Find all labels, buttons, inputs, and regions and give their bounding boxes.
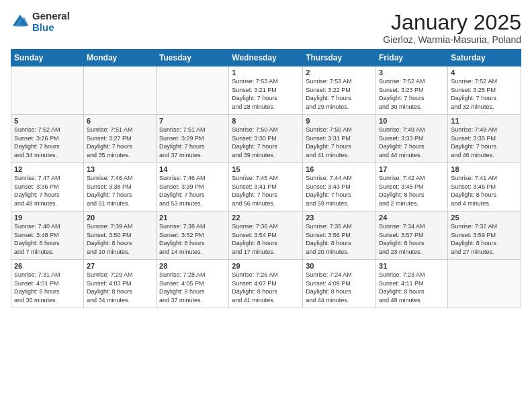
table-row: 10Sunrise: 7:49 AMSunset: 3:33 PMDayligh…: [376, 115, 448, 163]
day-number: 23: [306, 214, 373, 222]
day-number: 4: [451, 68, 518, 77]
day-info: Sunrise: 7:35 AMSunset: 3:56 PMDaylight:…: [306, 222, 373, 256]
day-number: 26: [14, 262, 81, 270]
calendar-week-row: 5Sunrise: 7:52 AMSunset: 3:26 PMDaylight…: [11, 115, 521, 163]
col-wednesday: Wednesday: [229, 50, 303, 66]
table-row: 18Sunrise: 7:41 AMSunset: 3:46 PMDayligh…: [448, 163, 521, 212]
day-info: Sunrise: 7:52 AMSunset: 3:26 PMDaylight:…: [14, 126, 81, 159]
table-row: 21Sunrise: 7:38 AMSunset: 3:52 PMDayligh…: [157, 212, 229, 260]
day-info: Sunrise: 7:52 AMSunset: 3:23 PMDaylight:…: [379, 77, 445, 111]
day-info: Sunrise: 7:52 AMSunset: 3:25 PMDaylight:…: [451, 77, 518, 111]
day-number: 8: [232, 117, 300, 125]
calendar-header-row: Sunday Monday Tuesday Wednesday Thursday…: [11, 50, 521, 66]
table-row: 24Sunrise: 7:34 AMSunset: 3:57 PMDayligh…: [376, 212, 448, 260]
col-tuesday: Tuesday: [157, 50, 229, 66]
day-info: Sunrise: 7:32 AMSunset: 3:59 PMDaylight:…: [451, 222, 518, 256]
day-number: 16: [306, 165, 373, 173]
day-info: Sunrise: 7:41 AMSunset: 3:46 PMDaylight:…: [451, 174, 518, 208]
day-info: Sunrise: 7:50 AMSunset: 3:31 PMDaylight:…: [306, 126, 373, 159]
day-info: Sunrise: 7:47 AMSunset: 3:36 PMDaylight:…: [14, 174, 81, 208]
day-number: 7: [159, 117, 226, 125]
day-number: 14: [159, 165, 226, 173]
logo-text: General Blue: [32, 11, 70, 33]
day-number: 1: [232, 68, 300, 77]
day-info: Sunrise: 7:51 AMSunset: 3:27 PMDaylight:…: [87, 126, 153, 159]
day-number: 25: [451, 214, 518, 222]
day-info: Sunrise: 7:24 AMSunset: 4:09 PMDaylight:…: [306, 271, 373, 304]
page: General Blue January 2025 Gierloz, Warmi…: [0, 0, 532, 411]
table-row: 3Sunrise: 7:52 AMSunset: 3:23 PMDaylight…: [376, 66, 448, 115]
calendar-week-row: 26Sunrise: 7:31 AMSunset: 4:01 PMDayligh…: [11, 260, 521, 308]
day-number: 20: [87, 214, 153, 222]
day-info: Sunrise: 7:23 AMSunset: 4:11 PMDaylight:…: [379, 271, 445, 304]
table-row: [448, 260, 521, 308]
day-info: Sunrise: 7:42 AMSunset: 3:45 PMDaylight:…: [379, 174, 445, 208]
day-info: Sunrise: 7:40 AMSunset: 3:48 PMDaylight:…: [14, 222, 81, 256]
table-row: 19Sunrise: 7:40 AMSunset: 3:48 PMDayligh…: [11, 212, 84, 260]
day-info: Sunrise: 7:39 AMSunset: 3:50 PMDaylight:…: [87, 222, 153, 256]
title-block: January 2025 Gierloz, Warmia-Masuria, Po…: [383, 11, 521, 45]
day-info: Sunrise: 7:44 AMSunset: 3:43 PMDaylight:…: [306, 174, 373, 208]
day-info: Sunrise: 7:49 AMSunset: 3:33 PMDaylight:…: [379, 126, 445, 159]
logo-icon: [11, 13, 30, 32]
calendar-title: January 2025: [383, 11, 521, 34]
day-info: Sunrise: 7:36 AMSunset: 3:54 PMDaylight:…: [232, 222, 300, 256]
day-number: 15: [232, 165, 300, 173]
day-number: 6: [87, 117, 153, 125]
day-number: 22: [232, 214, 300, 222]
table-row: 23Sunrise: 7:35 AMSunset: 3:56 PMDayligh…: [303, 212, 376, 260]
day-info: Sunrise: 7:34 AMSunset: 3:57 PMDaylight:…: [379, 222, 445, 256]
day-info: Sunrise: 7:53 AMSunset: 3:21 PMDaylight:…: [232, 77, 300, 111]
table-row: 9Sunrise: 7:50 AMSunset: 3:31 PMDaylight…: [303, 115, 376, 163]
table-row: 31Sunrise: 7:23 AMSunset: 4:11 PMDayligh…: [376, 260, 448, 308]
logo-general-label: General: [32, 11, 70, 22]
col-friday: Friday: [376, 50, 448, 66]
day-number: 10: [379, 117, 445, 125]
table-row: 30Sunrise: 7:24 AMSunset: 4:09 PMDayligh…: [303, 260, 376, 308]
day-number: 30: [306, 262, 373, 270]
calendar-table: Sunday Monday Tuesday Wednesday Thursday…: [11, 49, 521, 308]
day-number: 13: [87, 165, 153, 173]
table-row: 15Sunrise: 7:45 AMSunset: 3:41 PMDayligh…: [229, 163, 303, 212]
table-row: 27Sunrise: 7:29 AMSunset: 4:03 PMDayligh…: [83, 260, 156, 308]
table-row: 17Sunrise: 7:42 AMSunset: 3:45 PMDayligh…: [376, 163, 448, 212]
day-info: Sunrise: 7:26 AMSunset: 4:07 PMDaylight:…: [232, 271, 300, 304]
calendar-week-row: 19Sunrise: 7:40 AMSunset: 3:48 PMDayligh…: [11, 212, 521, 260]
day-number: 27: [87, 262, 153, 270]
day-info: Sunrise: 7:48 AMSunset: 3:35 PMDaylight:…: [451, 126, 518, 159]
day-number: 11: [451, 117, 518, 125]
day-info: Sunrise: 7:31 AMSunset: 4:01 PMDaylight:…: [14, 271, 81, 304]
logo: General Blue: [11, 11, 70, 33]
day-number: 3: [379, 68, 445, 77]
table-row: 13Sunrise: 7:46 AMSunset: 3:38 PMDayligh…: [83, 163, 156, 212]
table-row: 6Sunrise: 7:51 AMSunset: 3:27 PMDaylight…: [83, 115, 156, 163]
day-number: 29: [232, 262, 300, 270]
day-number: 17: [379, 165, 445, 173]
table-row: 28Sunrise: 7:28 AMSunset: 4:05 PMDayligh…: [157, 260, 229, 308]
day-number: 2: [306, 68, 373, 77]
table-row: 26Sunrise: 7:31 AMSunset: 4:01 PMDayligh…: [11, 260, 84, 308]
table-row: [157, 66, 229, 115]
day-info: Sunrise: 7:45 AMSunset: 3:41 PMDaylight:…: [232, 174, 300, 208]
table-row: 1Sunrise: 7:53 AMSunset: 3:21 PMDaylight…: [229, 66, 303, 115]
table-row: 2Sunrise: 7:53 AMSunset: 3:22 PMDaylight…: [303, 66, 376, 115]
day-number: 9: [306, 117, 373, 125]
day-info: Sunrise: 7:28 AMSunset: 4:05 PMDaylight:…: [159, 271, 226, 304]
day-number: 18: [451, 165, 518, 173]
table-row: 4Sunrise: 7:52 AMSunset: 3:25 PMDaylight…: [448, 66, 521, 115]
calendar-week-row: 12Sunrise: 7:47 AMSunset: 3:36 PMDayligh…: [11, 163, 521, 212]
table-row: 14Sunrise: 7:46 AMSunset: 3:39 PMDayligh…: [157, 163, 229, 212]
table-row: 29Sunrise: 7:26 AMSunset: 4:07 PMDayligh…: [229, 260, 303, 308]
day-number: 31: [379, 262, 445, 270]
col-monday: Monday: [83, 50, 156, 66]
table-row: 12Sunrise: 7:47 AMSunset: 3:36 PMDayligh…: [11, 163, 84, 212]
calendar-week-row: 1Sunrise: 7:53 AMSunset: 3:21 PMDaylight…: [11, 66, 521, 115]
header: General Blue January 2025 Gierloz, Warmi…: [11, 11, 521, 45]
day-info: Sunrise: 7:46 AMSunset: 3:39 PMDaylight:…: [159, 174, 226, 208]
table-row: 20Sunrise: 7:39 AMSunset: 3:50 PMDayligh…: [83, 212, 156, 260]
table-row: 11Sunrise: 7:48 AMSunset: 3:35 PMDayligh…: [448, 115, 521, 163]
day-number: 28: [159, 262, 226, 270]
calendar-location: Gierloz, Warmia-Masuria, Poland: [383, 34, 521, 45]
col-saturday: Saturday: [448, 50, 521, 66]
day-info: Sunrise: 7:46 AMSunset: 3:38 PMDaylight:…: [87, 174, 153, 208]
